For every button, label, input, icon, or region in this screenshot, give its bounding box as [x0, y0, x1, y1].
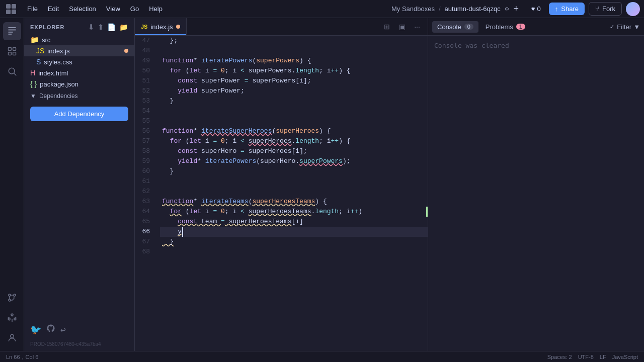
dependencies-section[interactable]: ▼ Dependencies [24, 89, 134, 103]
line-num-50: 50 [135, 66, 154, 76]
app-logo[interactable] [4, 2, 18, 16]
code-line-50: for (let i = 0; i < superPowers.length; … [160, 66, 428, 76]
line-num-66: 66 [135, 227, 154, 237]
filter-label: Filter [617, 23, 631, 31]
svg-point-11 [13, 294, 15, 296]
explorer-header: EXPLORER ⬇ ⬆ 📄 📁 [24, 18, 134, 34]
menu-items: File Edit Selection View Go Help [22, 3, 391, 15]
code-line-51: const superPower = superPowers[i]; [160, 76, 428, 86]
code-content[interactable]: }; function* iteratePowers(superPowers) … [160, 36, 428, 351]
chevron-down-icon: ▼ [633, 23, 640, 31]
tree-item-package-json[interactable]: { } package.json [24, 78, 134, 89]
tree-item-index-js[interactable]: JS index.js [24, 45, 134, 56]
activity-git[interactable] [3, 289, 21, 307]
js-tab-icon: JS [141, 24, 147, 30]
activity-search[interactable] [3, 62, 21, 80]
new-file-icon[interactable]: 📄 [107, 23, 116, 31]
right-panel: Console 0 Problems 1 ✓ Filter ▼ Console … [428, 18, 644, 351]
svg-point-13 [10, 334, 14, 338]
menu-help[interactable]: Help [144, 3, 168, 15]
tree-item-src[interactable]: 📁 src [24, 34, 134, 45]
problems-badge: 1 [516, 24, 525, 30]
filter-button[interactable]: Filter ▼ [617, 23, 640, 31]
code-line-61 [160, 176, 428, 187]
tab-index-js[interactable]: JS index.js [135, 18, 187, 35]
code-line-65: const team = superHeroesTeams[i] [160, 217, 428, 227]
activity-explorer[interactable] [3, 22, 21, 40]
project-name[interactable]: autumn-dust-6qzqc [445, 5, 501, 13]
line-num-51: 51 [135, 76, 154, 86]
menu-edit[interactable]: Edit [43, 3, 64, 15]
line-num-53: 53 [135, 96, 154, 106]
js-file-icon: JS [36, 47, 44, 55]
add-dependency-button[interactable]: Add Dependency [30, 107, 128, 121]
code-line-54 [160, 106, 428, 116]
menu-go[interactable]: Go [125, 3, 144, 15]
svg-point-10 [8, 294, 10, 296]
editor-toolbar: ⊞ ▣ ··· [376, 20, 428, 33]
tree-label: package.json [40, 80, 78, 88]
main-area: EXPLORER ⬇ ⬆ 📄 📁 📁 src JS index.js S sty… [0, 18, 644, 351]
panel-tabs: Console 0 Problems 1 ✓ Filter ▼ [428, 18, 644, 36]
download-icon[interactable]: ⬇ [88, 23, 95, 31]
status-ln-col[interactable]: Ln 66, Col 6 [6, 354, 38, 360]
code-line-66: y [160, 227, 428, 237]
menu-selection[interactable]: Selection [64, 3, 101, 15]
share-button[interactable]: ↑ Share [549, 3, 585, 15]
share-icon: ↑ [555, 5, 558, 13]
status-encoding[interactable]: UTF-8 [578, 354, 594, 360]
line-num-64: 64 [135, 207, 154, 217]
code-line-63: function* iterateTeams(superHeroesTeams)… [160, 197, 428, 207]
twitter-icon[interactable]: 🐦 [30, 324, 41, 335]
line-num-55: 55 [135, 116, 154, 126]
back-icon[interactable]: ↩ [60, 324, 66, 335]
code-line-56: function* iterateSuperHeroes(superHeroes… [160, 126, 428, 136]
code-line-57: for (let i = 0; i < superHeroes.length; … [160, 136, 428, 146]
activity-extensions[interactable] [3, 309, 21, 327]
activity-account[interactable] [3, 329, 21, 347]
split-editor-button[interactable]: ⊞ [380, 20, 393, 33]
settings-dot-icon: ⚙ [505, 6, 509, 12]
panel-right-actions: ✓ Filter ▼ [610, 23, 640, 31]
tab-problems[interactable]: Problems 1 [480, 21, 530, 33]
new-button[interactable]: + [509, 2, 523, 16]
user-avatar[interactable] [626, 2, 640, 16]
line-num-61: 61 [135, 176, 154, 187]
fork-icon: ⑂ [595, 5, 599, 13]
new-folder-icon[interactable]: 📁 [119, 23, 128, 31]
like-button[interactable]: ♥ 0 [527, 3, 545, 15]
project-path[interactable]: My Sandboxes [391, 5, 435, 13]
like-count: 0 [537, 5, 541, 13]
tab-console[interactable]: Console 0 [432, 21, 478, 33]
status-language[interactable]: JavaScript [612, 354, 638, 360]
editor-area: JS index.js ⊞ ▣ ··· 47 48 49 50 51 52 53… [135, 18, 428, 351]
sidebar-footer: 🐦 ↩ [24, 320, 134, 339]
menu-file[interactable]: File [22, 3, 43, 15]
fork-button[interactable]: ⑂ Fork [589, 2, 622, 16]
status-line-ending[interactable]: LF [600, 354, 606, 360]
tree-item-styles-css[interactable]: S styles.css [24, 56, 134, 67]
code-line-49: function* iteratePowers(superPowers) { [160, 56, 428, 66]
line-num-57: 57 [135, 136, 154, 146]
code-line-59: yield* iteratePowers(superHero.superPowe… [160, 156, 428, 166]
code-line-47: }; [160, 36, 428, 46]
col-text: Col 6 [26, 354, 39, 360]
upload-icon[interactable]: ⬆ [98, 23, 104, 31]
tree-item-index-html[interactable]: H index.html [24, 67, 134, 78]
code-editor[interactable]: 47 48 49 50 51 52 53 54 55 56 57 58 59 6… [135, 36, 428, 351]
more-button[interactable]: ··· [411, 20, 424, 33]
line-num-48: 48 [135, 46, 154, 56]
panel-button[interactable]: ▣ [395, 20, 409, 33]
status-spaces[interactable]: Spaces: 2 [547, 354, 572, 360]
line-numbers: 47 48 49 50 51 52 53 54 55 56 57 58 59 6… [135, 36, 160, 351]
css-file-icon: S [36, 58, 41, 66]
tree-label: index.js [47, 47, 69, 55]
activity-files[interactable] [3, 42, 21, 60]
github-icon[interactable] [46, 324, 55, 335]
code-line-48 [160, 46, 428, 56]
modified-indicator [124, 49, 128, 53]
code-line-68 [160, 247, 428, 257]
code-line-60: } [160, 166, 428, 176]
menu-view[interactable]: View [101, 3, 125, 15]
svg-rect-1 [12, 4, 16, 9]
